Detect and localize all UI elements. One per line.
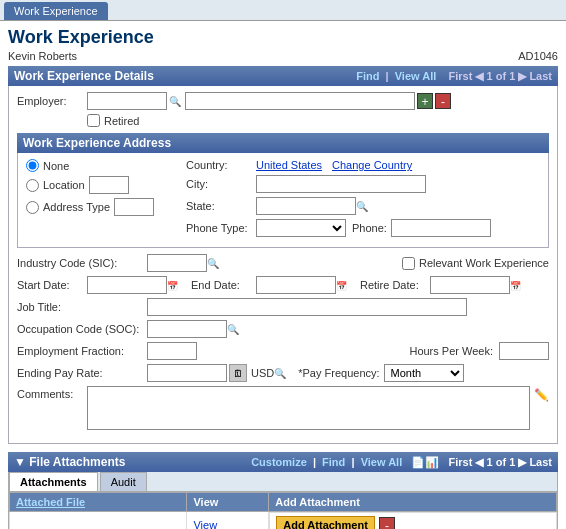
tab-bar: Work Experience — [0, 0, 566, 21]
change-country-link[interactable]: Change Country — [332, 159, 412, 171]
radio-location-row: Location — [26, 176, 176, 194]
comments-row: Comments: ✏️ — [17, 386, 549, 433]
address-section-body: None Location Address Type — [17, 153, 549, 248]
work-experience-tab[interactable]: Work Experience — [4, 2, 108, 20]
phone-type-select[interactable] — [256, 219, 346, 237]
col-attached-file[interactable]: Attached File — [10, 493, 187, 512]
add-attachment-button[interactable]: Add Attachment — [276, 516, 375, 529]
details-find-link[interactable]: Find — [356, 70, 379, 82]
file-page-info: 1 of 1 — [487, 456, 516, 468]
details-viewall-link[interactable]: View All — [395, 70, 437, 82]
none-label: None — [43, 160, 69, 172]
end-date-label: End Date: — [191, 279, 256, 291]
relevant-we-checkbox[interactable] — [402, 257, 415, 270]
address-type-input[interactable] — [114, 198, 154, 216]
pay-frequency-select[interactable]: Month Week Bi-Weekly Semi-Monthly Annual — [384, 364, 464, 382]
job-title-row: Job Title: — [17, 298, 549, 316]
user-id: AD1046 — [518, 50, 558, 62]
file-nav-arrows1: 📄📊 — [411, 456, 439, 468]
start-date-label: Start Date: — [17, 279, 87, 291]
currency-search-icon[interactable] — [274, 366, 288, 380]
file-attachments-controls: Customize | Find | View All 📄📊 First ◀ 1… — [251, 456, 552, 469]
radio-address-type-row: Address Type — [26, 198, 176, 216]
state-search-icon[interactable] — [356, 199, 370, 213]
location-label: Location — [43, 179, 85, 191]
state-input[interactable] — [256, 197, 356, 215]
audit-tab[interactable]: Audit — [100, 472, 147, 491]
country-value[interactable]: United States — [256, 159, 322, 171]
table-row: View Add Attachment - — [10, 512, 557, 530]
details-last-label: Last — [529, 70, 552, 82]
industry-code-input[interactable] — [147, 254, 207, 272]
occupation-code-row: Occupation Code (SOC): — [17, 320, 549, 338]
employer-label: Employer: — [17, 95, 87, 107]
employer-search-icon[interactable] — [169, 94, 183, 108]
dates-row: Start Date: End Date: Retire Date: — [17, 276, 549, 294]
details-section-body: Employer: + - Retired Work Experience Ad… — [8, 86, 558, 444]
add-attachment-cell: Add Attachment - — [269, 512, 556, 529]
page-subtitle: Kevin Roberts AD1046 — [8, 50, 558, 62]
ending-pay-rate-label: Ending Pay Rate: — [17, 367, 147, 379]
employer-name-input[interactable] — [185, 92, 415, 110]
file-section-body: Attachments Audit Attached File View Add… — [8, 472, 558, 529]
comments-textarea[interactable] — [87, 386, 530, 430]
view-cell: View — [187, 512, 269, 530]
file-viewall-link[interactable]: View All — [361, 456, 403, 468]
hours-per-week-input[interactable] — [499, 342, 549, 360]
page-title: Work Experience — [8, 27, 558, 48]
fraction-hours-row: Employment Fraction: Hours Per Week: — [17, 342, 549, 360]
pay-rate-icon[interactable]: 🗓 — [229, 364, 247, 382]
address-type-label: Address Type — [43, 201, 110, 213]
file-customize-link[interactable]: Customize — [251, 456, 307, 468]
start-date-input[interactable] — [87, 276, 167, 294]
country-label: Country: — [186, 159, 256, 171]
country-row: Country: United States Change Country — [186, 159, 540, 171]
details-page-info: 1 of 1 — [487, 70, 516, 82]
comments-edit-icon[interactable]: ✏️ — [534, 386, 549, 402]
currency-label: USD — [251, 367, 274, 379]
file-find-link[interactable]: Find — [322, 456, 345, 468]
job-title-label: Job Title: — [17, 301, 147, 313]
radio-none[interactable] — [26, 159, 39, 172]
phone-type-label: Phone Type: — [186, 222, 256, 234]
retired-checkbox[interactable] — [87, 114, 100, 127]
file-attachments-toggle[interactable]: ▼ File Attachments — [14, 455, 125, 469]
remove-attachment-icon[interactable]: - — [379, 517, 395, 529]
employment-fraction-label: Employment Fraction: — [17, 345, 147, 357]
file-last-label: Last — [529, 456, 552, 468]
pay-frequency-label: *Pay Frequency: — [298, 367, 379, 379]
view-link[interactable]: View — [193, 519, 217, 529]
job-title-input[interactable] — [147, 298, 467, 316]
employment-fraction-input[interactable] — [147, 342, 197, 360]
end-date-input[interactable] — [256, 276, 336, 294]
remove-employer-icon[interactable]: - — [435, 93, 451, 109]
radio-address-type[interactable] — [26, 201, 39, 214]
file-first-label: First — [449, 456, 473, 468]
city-label: City: — [186, 178, 256, 190]
attached-file-cell — [10, 512, 187, 530]
city-input[interactable] — [256, 175, 426, 193]
industry-code-row: Industry Code (SIC): Relevant Work Exper… — [17, 254, 549, 272]
end-date-cal-icon[interactable] — [336, 278, 350, 292]
ending-pay-rate-input[interactable] — [147, 364, 227, 382]
retire-date-input[interactable] — [430, 276, 510, 294]
occupation-code-search-icon[interactable] — [227, 322, 241, 336]
industry-code-search-icon[interactable] — [207, 256, 221, 270]
add-employer-icon[interactable]: + — [417, 93, 433, 109]
employer-search-input[interactable] — [87, 92, 167, 110]
file-attachments-header: ▼ File Attachments Customize | Find | Vi… — [8, 452, 558, 472]
occupation-code-label: Occupation Code (SOC): — [17, 323, 147, 335]
state-row: State: — [186, 197, 540, 215]
file-tabs: Attachments Audit — [9, 472, 557, 492]
attachments-tab[interactable]: Attachments — [9, 472, 98, 491]
occupation-code-input[interactable] — [147, 320, 227, 338]
col-view: View — [187, 493, 269, 512]
phone-input[interactable] — [391, 219, 491, 237]
retire-date-cal-icon[interactable] — [510, 278, 524, 292]
location-input[interactable] — [89, 176, 129, 194]
start-date-cal-icon[interactable] — [167, 278, 181, 292]
details-nav-controls: Find | View All First ◀ 1 of 1 ▶ Last — [356, 70, 552, 83]
phone-label: Phone: — [352, 222, 387, 234]
employer-row: Employer: + - — [17, 92, 549, 110]
radio-location[interactable] — [26, 179, 39, 192]
